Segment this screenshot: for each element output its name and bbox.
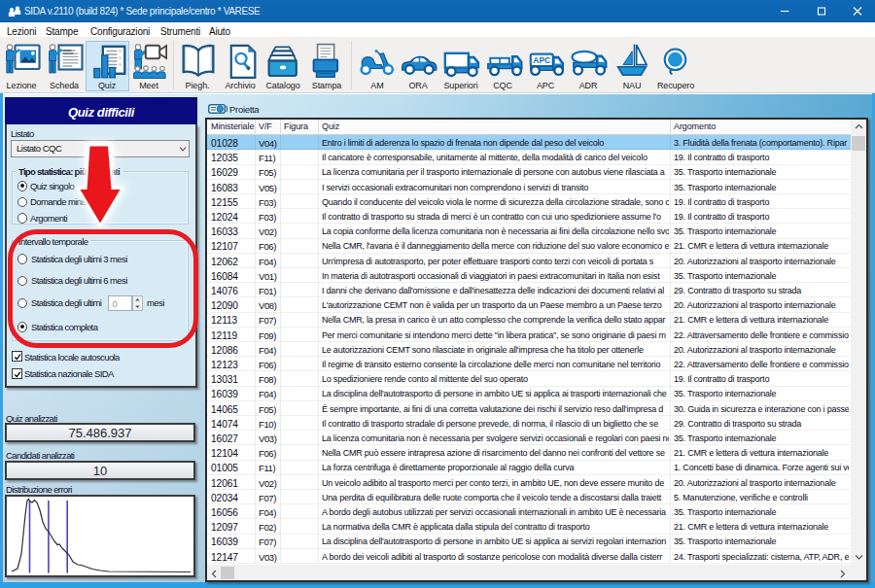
svg-text:APC: APC (533, 55, 550, 65)
